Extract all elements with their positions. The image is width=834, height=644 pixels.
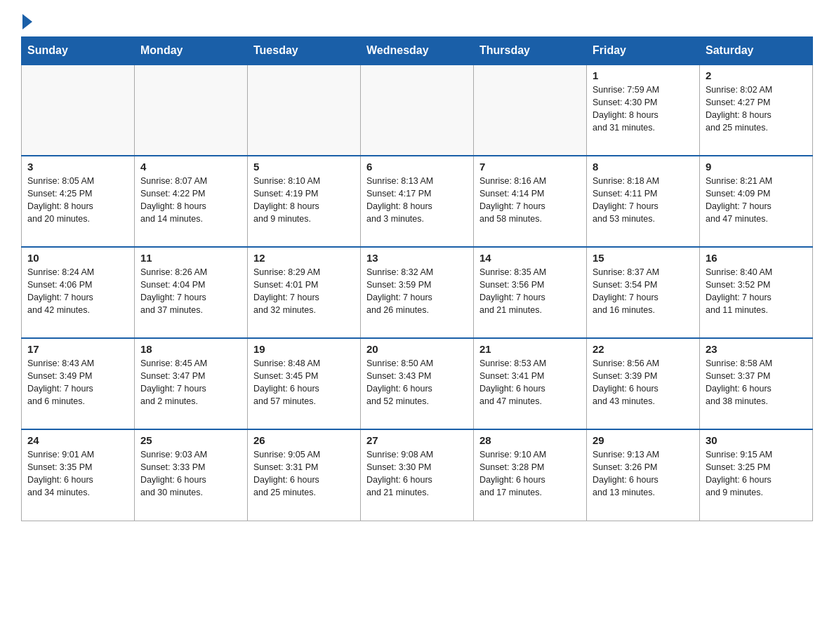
table-row: 6Sunrise: 8:13 AM Sunset: 4:17 PM Daylig…: [361, 156, 474, 247]
table-row: 25Sunrise: 9:03 AM Sunset: 3:33 PM Dayli…: [135, 429, 248, 521]
day-info: Sunrise: 8:10 AM Sunset: 4:19 PM Dayligh…: [253, 175, 355, 226]
day-number: 3: [27, 161, 128, 173]
day-info: Sunrise: 8:37 AM Sunset: 3:54 PM Dayligh…: [593, 266, 694, 317]
day-number: 14: [479, 252, 581, 264]
table-row: 12Sunrise: 8:29 AM Sunset: 4:01 PM Dayli…: [248, 247, 361, 338]
day-info: Sunrise: 8:29 AM Sunset: 4:01 PM Dayligh…: [253, 266, 355, 317]
day-info: Sunrise: 9:15 AM Sunset: 3:25 PM Dayligh…: [706, 448, 807, 499]
day-number: 15: [593, 252, 694, 264]
table-row: 11Sunrise: 8:26 AM Sunset: 4:04 PM Dayli…: [135, 247, 248, 338]
logo-arrow-icon: [22, 14, 32, 29]
table-row: 18Sunrise: 8:45 AM Sunset: 3:47 PM Dayli…: [135, 338, 248, 429]
table-row: 1Sunrise: 7:59 AM Sunset: 4:30 PM Daylig…: [587, 65, 700, 156]
table-row: 27Sunrise: 9:08 AM Sunset: 3:30 PM Dayli…: [361, 429, 474, 521]
day-number: 30: [706, 434, 807, 446]
day-number: 18: [140, 343, 241, 355]
calendar-header: Sunday Monday Tuesday Wednesday Thursday…: [22, 37, 813, 65]
day-info: Sunrise: 8:35 AM Sunset: 3:56 PM Dayligh…: [479, 266, 581, 317]
day-info: Sunrise: 8:18 AM Sunset: 4:11 PM Dayligh…: [593, 175, 694, 226]
table-row: 3Sunrise: 8:05 AM Sunset: 4:25 PM Daylig…: [22, 156, 135, 247]
table-row: [361, 65, 474, 156]
table-row: [248, 65, 361, 156]
day-info: Sunrise: 8:16 AM Sunset: 4:14 PM Dayligh…: [479, 175, 581, 226]
table-row: 15Sunrise: 8:37 AM Sunset: 3:54 PM Dayli…: [587, 247, 700, 338]
col-sunday: Sunday: [22, 37, 135, 65]
table-row: 5Sunrise: 8:10 AM Sunset: 4:19 PM Daylig…: [248, 156, 361, 247]
table-row: [22, 65, 135, 156]
table-row: 4Sunrise: 8:07 AM Sunset: 4:22 PM Daylig…: [135, 156, 248, 247]
calendar-week-row: 24Sunrise: 9:01 AM Sunset: 3:35 PM Dayli…: [22, 429, 813, 521]
day-number: 16: [706, 252, 807, 264]
day-number: 13: [366, 252, 468, 264]
calendar-body: 1Sunrise: 7:59 AM Sunset: 4:30 PM Daylig…: [22, 65, 813, 521]
table-row: 26Sunrise: 9:05 AM Sunset: 3:31 PM Dayli…: [248, 429, 361, 521]
day-number: 23: [706, 343, 807, 355]
table-row: 22Sunrise: 8:56 AM Sunset: 3:39 PM Dayli…: [587, 338, 700, 429]
day-info: Sunrise: 8:48 AM Sunset: 3:45 PM Dayligh…: [253, 357, 355, 408]
day-number: 25: [140, 434, 241, 446]
day-number: 10: [27, 252, 128, 264]
table-row: 23Sunrise: 8:58 AM Sunset: 3:37 PM Dayli…: [700, 338, 813, 429]
day-number: 28: [479, 434, 581, 446]
table-row: 16Sunrise: 8:40 AM Sunset: 3:52 PM Dayli…: [700, 247, 813, 338]
day-number: 4: [140, 161, 241, 173]
day-number: 7: [479, 161, 581, 173]
table-row: 13Sunrise: 8:32 AM Sunset: 3:59 PM Dayli…: [361, 247, 474, 338]
day-number: 24: [27, 434, 128, 446]
day-number: 29: [593, 434, 694, 446]
day-number: 20: [366, 343, 468, 355]
table-row: 29Sunrise: 9:13 AM Sunset: 3:26 PM Dayli…: [587, 429, 700, 521]
day-number: 5: [253, 161, 355, 173]
table-row: 17Sunrise: 8:43 AM Sunset: 3:49 PM Dayli…: [22, 338, 135, 429]
table-row: [474, 65, 587, 156]
day-info: Sunrise: 8:07 AM Sunset: 4:22 PM Dayligh…: [140, 175, 241, 226]
day-info: Sunrise: 7:59 AM Sunset: 4:30 PM Dayligh…: [593, 83, 694, 135]
day-info: Sunrise: 8:13 AM Sunset: 4:17 PM Dayligh…: [366, 175, 468, 226]
day-info: Sunrise: 9:08 AM Sunset: 3:30 PM Dayligh…: [366, 448, 468, 499]
day-number: 19: [253, 343, 355, 355]
col-friday: Friday: [587, 37, 700, 65]
day-info: Sunrise: 8:26 AM Sunset: 4:04 PM Dayligh…: [140, 266, 241, 317]
day-info: Sunrise: 8:32 AM Sunset: 3:59 PM Dayligh…: [366, 266, 468, 317]
day-number: 27: [366, 434, 468, 446]
day-info: Sunrise: 8:02 AM Sunset: 4:27 PM Dayligh…: [706, 83, 807, 135]
day-info: Sunrise: 8:05 AM Sunset: 4:25 PM Dayligh…: [27, 175, 128, 226]
day-number: 21: [479, 343, 581, 355]
page: Sunday Monday Tuesday Wednesday Thursday…: [0, 0, 834, 644]
col-tuesday: Tuesday: [248, 37, 361, 65]
day-number: 8: [593, 161, 694, 173]
header: [21, 14, 813, 29]
day-info: Sunrise: 8:56 AM Sunset: 3:39 PM Dayligh…: [593, 357, 694, 408]
calendar-header-row: Sunday Monday Tuesday Wednesday Thursday…: [22, 37, 813, 65]
day-info: Sunrise: 8:50 AM Sunset: 3:43 PM Dayligh…: [366, 357, 468, 408]
day-info: Sunrise: 9:13 AM Sunset: 3:26 PM Dayligh…: [593, 448, 694, 499]
table-row: 10Sunrise: 8:24 AM Sunset: 4:06 PM Dayli…: [22, 247, 135, 338]
day-number: 6: [366, 161, 468, 173]
day-info: Sunrise: 8:24 AM Sunset: 4:06 PM Dayligh…: [27, 266, 128, 317]
calendar-week-row: 17Sunrise: 8:43 AM Sunset: 3:49 PM Dayli…: [22, 338, 813, 429]
col-saturday: Saturday: [700, 37, 813, 65]
day-number: 9: [706, 161, 807, 173]
day-info: Sunrise: 9:03 AM Sunset: 3:33 PM Dayligh…: [140, 448, 241, 499]
day-number: 11: [140, 252, 241, 264]
day-number: 12: [253, 252, 355, 264]
day-number: 2: [706, 69, 807, 81]
table-row: 7Sunrise: 8:16 AM Sunset: 4:14 PM Daylig…: [474, 156, 587, 247]
table-row: 20Sunrise: 8:50 AM Sunset: 3:43 PM Dayli…: [361, 338, 474, 429]
day-info: Sunrise: 8:53 AM Sunset: 3:41 PM Dayligh…: [479, 357, 581, 408]
day-info: Sunrise: 8:58 AM Sunset: 3:37 PM Dayligh…: [706, 357, 807, 408]
calendar-table: Sunday Monday Tuesday Wednesday Thursday…: [21, 36, 813, 521]
col-thursday: Thursday: [474, 37, 587, 65]
day-info: Sunrise: 8:21 AM Sunset: 4:09 PM Dayligh…: [706, 175, 807, 226]
calendar-week-row: 3Sunrise: 8:05 AM Sunset: 4:25 PM Daylig…: [22, 156, 813, 247]
logo-text: [21, 14, 34, 29]
day-info: Sunrise: 8:40 AM Sunset: 3:52 PM Dayligh…: [706, 266, 807, 317]
table-row: 28Sunrise: 9:10 AM Sunset: 3:28 PM Dayli…: [474, 429, 587, 521]
col-wednesday: Wednesday: [361, 37, 474, 65]
day-info: Sunrise: 9:10 AM Sunset: 3:28 PM Dayligh…: [479, 448, 581, 499]
logo: [21, 14, 34, 29]
day-info: Sunrise: 9:01 AM Sunset: 3:35 PM Dayligh…: [27, 448, 128, 499]
table-row: 30Sunrise: 9:15 AM Sunset: 3:25 PM Dayli…: [700, 429, 813, 521]
day-number: 22: [593, 343, 694, 355]
day-number: 1: [593, 69, 694, 81]
